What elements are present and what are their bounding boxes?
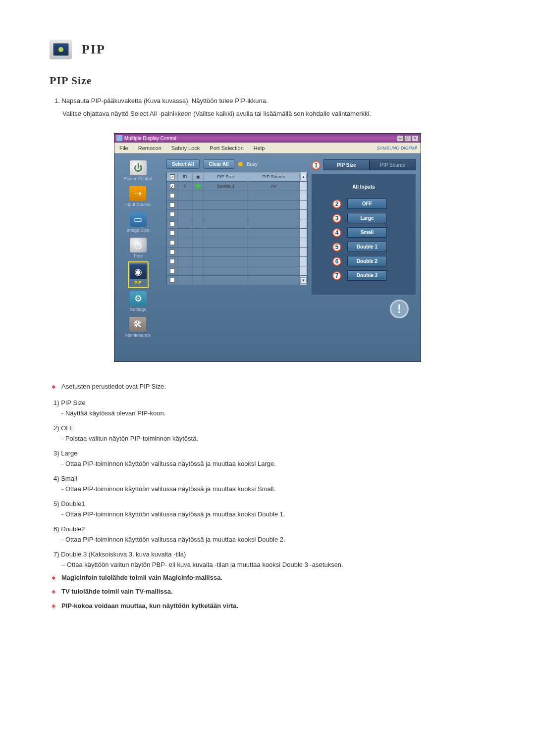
- bullet-star-4: PIP-kokoa voidaan muuttaa, kun näyttöön …: [61, 601, 238, 611]
- col-status-icon: ◉: [193, 172, 204, 181]
- close-button[interactable]: ×: [412, 135, 419, 142]
- sidebar-item-settings[interactable]: ⚙ Settings: [129, 289, 148, 314]
- menu-remocon[interactable]: Remocon: [133, 145, 166, 151]
- small-button[interactable]: Small: [347, 227, 387, 238]
- pip-header-icon: [50, 40, 72, 59]
- sidebar-item-time[interactable]: ◷ Time: [129, 236, 148, 260]
- double2-button[interactable]: Double 2: [347, 256, 387, 266]
- list-item-3-desc: - Ottaa PIP-toiminnon käyttöön valitussa…: [61, 459, 485, 469]
- all-inputs-label: All Inputs: [318, 184, 410, 190]
- row-checkbox[interactable]: [170, 202, 175, 207]
- row-checkbox[interactable]: [170, 240, 175, 245]
- bullet-star-3: TV tulolähde toimii vain TV-mallissa.: [61, 587, 173, 597]
- list-item-1-desc: - Näyttää käytössä olevan PIP-koon.: [61, 408, 485, 418]
- col-pip-source[interactable]: PIP Source: [248, 172, 300, 181]
- table-row[interactable]: [167, 191, 307, 200]
- star-icon: ✶: [50, 573, 57, 584]
- sidebar: ⏻ Power Control ⇢ Input Source ▭ Image S…: [114, 153, 161, 361]
- pip-icon: ◉: [130, 264, 147, 279]
- list-item-5-title: 5) Double1: [54, 499, 485, 509]
- menu-safety-lock[interactable]: Safety Lock: [166, 145, 205, 151]
- annotation-marker-3: 3: [332, 214, 341, 223]
- table-row[interactable]: [167, 209, 307, 219]
- window-title: Multiple Display Control: [124, 136, 176, 141]
- list-item-4-title: 4) Small: [54, 474, 485, 484]
- scroll-down-button[interactable]: ▼: [300, 276, 307, 285]
- instruction-line-1: 1. Napsauta PIP-pääkuvaketta (Kuva kuvas…: [50, 96, 485, 106]
- busy-label: Busy: [247, 161, 258, 167]
- list-item-7-desc: – Ottaa käyttöön valitun näytön PBP- eli…: [61, 560, 485, 570]
- input-source-icon: ⇢: [129, 186, 146, 201]
- titlebar-icon: [116, 135, 122, 141]
- status-on-icon: [196, 184, 201, 189]
- bullet-star-2: MagicInfoin tulolähde toimii vain MagicI…: [61, 573, 222, 583]
- list-item-7-title: 7) Double 3 (Kaksoiskuva 3, kuva kuvalta…: [54, 550, 485, 559]
- row-checkbox[interactable]: [170, 221, 175, 226]
- power-icon: ⏻: [130, 160, 147, 175]
- col-id[interactable]: ID: [178, 172, 193, 181]
- row-checkbox[interactable]: [170, 250, 175, 254]
- clear-all-button[interactable]: Clear All: [204, 159, 234, 169]
- menu-help[interactable]: Help: [249, 145, 270, 151]
- maximize-button[interactable]: □: [404, 135, 411, 142]
- sidebar-item-input-source[interactable]: ⇢ Input Source: [124, 184, 152, 209]
- select-all-button[interactable]: Select All: [166, 159, 200, 169]
- sidebar-item-power-control[interactable]: ⏻ Power Control: [123, 158, 153, 183]
- maintenance-icon: 🛠: [129, 317, 146, 332]
- table-row[interactable]: [167, 247, 307, 256]
- menu-file[interactable]: File: [114, 145, 133, 151]
- tab-pip-source[interactable]: PIP Source: [370, 159, 416, 170]
- col-pip-size[interactable]: PIP Size: [204, 172, 248, 181]
- busy-indicator-icon: [238, 162, 243, 166]
- row-pip-size: Double 1: [204, 182, 248, 191]
- display-grid: ID ◉ PIP Size PIP Source ▲ 0 Double 1 AV: [166, 172, 308, 285]
- row-checkbox[interactable]: [170, 231, 175, 236]
- minimize-button[interactable]: –: [397, 135, 404, 142]
- instruction-line-2: Valitse ohjattava näyttö Select All -pai…: [50, 109, 485, 119]
- star-icon: ✶: [50, 601, 57, 612]
- col-check[interactable]: [167, 172, 178, 181]
- row-pip-source: AV: [248, 182, 300, 191]
- sidebar-item-maintenance[interactable]: 🛠 Maintenance: [124, 315, 152, 340]
- row-id: 0: [178, 182, 193, 191]
- double3-button[interactable]: Double 3: [347, 270, 387, 281]
- star-icon: ✶: [50, 382, 57, 393]
- row-checkbox[interactable]: [170, 268, 175, 273]
- table-row[interactable]: 0 Double 1 AV: [167, 181, 307, 191]
- sidebar-item-image-size[interactable]: ▭ Image Size: [126, 210, 150, 235]
- image-size-icon: ▭: [130, 212, 147, 227]
- list-item-3-title: 3) Large: [54, 449, 485, 458]
- sidebar-label-time: Time: [133, 253, 143, 258]
- off-button[interactable]: OFF: [347, 199, 387, 209]
- sidebar-label-pip: PIP: [134, 280, 142, 285]
- sidebar-label-power: Power Control: [124, 176, 152, 181]
- app-window: Multiple Display Control – □ × File Remo…: [114, 133, 421, 362]
- row-checkbox[interactable]: [170, 184, 175, 189]
- table-row[interactable]: [167, 219, 307, 228]
- double1-button[interactable]: Double 1: [347, 242, 387, 252]
- menubar: File Remocon Safety Lock Port Selection …: [114, 143, 421, 153]
- table-row[interactable]: [167, 200, 307, 209]
- sidebar-item-pip[interactable]: ◉ PIP: [128, 261, 149, 288]
- table-row[interactable]: [167, 238, 307, 247]
- page-title: PIP: [82, 42, 106, 57]
- list-item-5-desc: - Ottaa PIP-toiminnon käyttöön valitussa…: [61, 509, 485, 519]
- table-row[interactable]: ▼: [167, 275, 307, 285]
- list-item-1-title: 1) PIP Size: [54, 398, 485, 408]
- list-item-6-desc: - Ottaa PIP-toiminnon käyttöön valitussa…: [61, 535, 485, 545]
- row-checkbox[interactable]: [170, 193, 175, 198]
- tab-pip-size[interactable]: PIP Size: [323, 159, 370, 170]
- bullet-star-1: Asetusten perustiedot ovat PIP Size.: [61, 382, 166, 392]
- row-checkbox[interactable]: [170, 278, 175, 283]
- row-checkbox[interactable]: [170, 259, 175, 264]
- settings-icon: ⚙: [130, 291, 147, 306]
- table-row[interactable]: [167, 256, 307, 266]
- scroll-up-button[interactable]: ▲: [300, 172, 307, 181]
- menu-port-selection[interactable]: Port Selection: [205, 145, 248, 151]
- row-checkbox[interactable]: [170, 212, 175, 217]
- table-row[interactable]: [167, 266, 307, 275]
- table-row[interactable]: [167, 228, 307, 238]
- sidebar-label-maintenance: Maintenance: [125, 333, 151, 338]
- annotation-marker-7: 7: [332, 271, 341, 280]
- large-button[interactable]: Large: [347, 213, 387, 223]
